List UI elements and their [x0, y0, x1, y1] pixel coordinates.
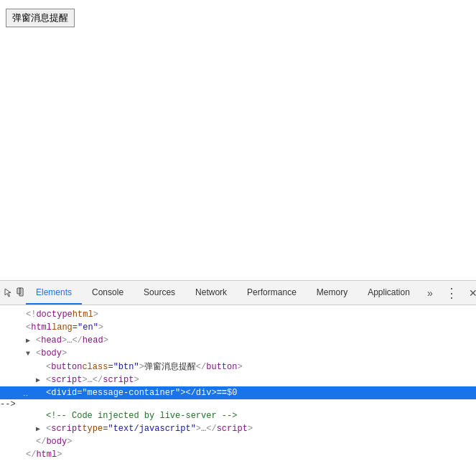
- devtools-toolbar-right: » ⋮ ✕: [420, 283, 476, 303]
- tab-memory[interactable]: Memory: [307, 281, 358, 305]
- code-line-script1: ▶ <script>…</script>: [0, 373, 476, 386]
- tab-performance[interactable]: Performance: [237, 281, 307, 305]
- tab-sources[interactable]: Sources: [134, 281, 185, 305]
- tab-network[interactable]: Network: [185, 281, 237, 305]
- devtools-elements-panel[interactable]: <!doctype html> <html lang="en"> ▶ <head…: [0, 305, 476, 469]
- code-line-html-close: </html>: [0, 448, 476, 461]
- code-line-doctype: <!doctype html>: [0, 308, 476, 321]
- code-line-comment: <!-- Code injected by live-server -->: [0, 409, 476, 422]
- code-line-div-selected[interactable]: ‥ <div id="message-container"></div> == …: [0, 386, 476, 399]
- devtools-tabs: Elements Console Sources Network Perform…: [26, 281, 420, 305]
- tab-elements[interactable]: Elements: [26, 281, 82, 305]
- devtools-panel: Elements Console Sources Network Perform…: [0, 280, 476, 469]
- more-tabs-icon[interactable]: »: [420, 283, 440, 303]
- tab-application[interactable]: Application: [358, 281, 420, 305]
- inspect-element-icon[interactable]: [3, 283, 14, 303]
- code-line-head: ▶ <head>…</head>: [0, 334, 476, 347]
- more-options-icon[interactable]: ⋮: [442, 283, 462, 303]
- code-line-body-close: </body>: [0, 435, 476, 448]
- page-button[interactable]: 弹窗消息提醒: [6, 9, 75, 27]
- devtools-toolbar: Elements Console Sources Network Perform…: [0, 281, 476, 305]
- close-devtools-icon[interactable]: ✕: [463, 283, 476, 303]
- code-line-html: <html lang="en">: [0, 321, 476, 334]
- tab-console[interactable]: Console: [82, 281, 134, 305]
- code-line-body-open: ▼ <body>: [0, 347, 476, 360]
- code-line-button: <button class="btn">弹窗消息提醒</button>: [0, 360, 476, 373]
- browser-page: 弹窗消息提醒: [0, 0, 476, 280]
- device-mode-icon[interactable]: [14, 283, 26, 303]
- code-line-script2: ▶ <script type="text/javascript">…</scri…: [0, 422, 476, 435]
